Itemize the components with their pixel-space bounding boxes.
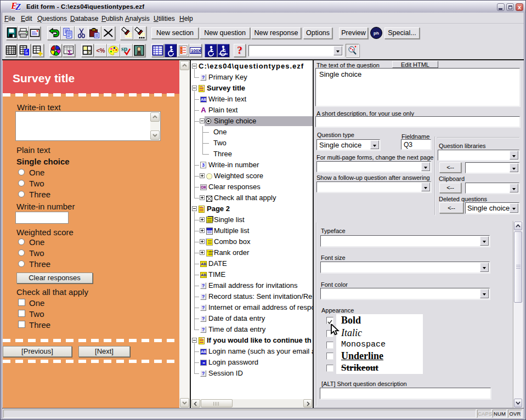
svg-text:Σ: Σ — [67, 48, 72, 56]
svg-text:100X: 100X — [191, 48, 201, 53]
svg-text:sp: sp — [121, 45, 128, 53]
